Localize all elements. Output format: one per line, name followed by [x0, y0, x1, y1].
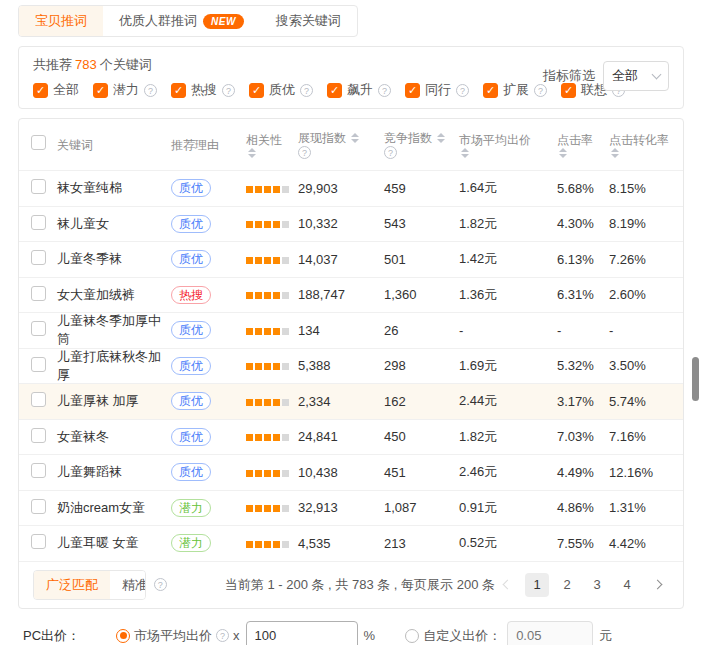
row-checkbox[interactable]	[31, 392, 46, 407]
cvr-value: 5.74%	[609, 394, 646, 409]
filter-option[interactable]: ✓扩展?	[483, 81, 547, 99]
page-number-4[interactable]: 4	[615, 573, 639, 597]
table-row[interactable]: 女大童加绒裤热搜188,7471,3601.36元6.31%2.60%	[19, 278, 683, 314]
table-row[interactable]: 袜儿童女质优10,3325431.82元4.30%8.19%	[19, 207, 683, 243]
pc-bid-row: PC出价： 市场平均出价 ? x % 自定义出价： 元	[18, 621, 684, 645]
filter-option[interactable]: ✓同行?	[405, 81, 469, 99]
market-price-help-icon[interactable]: ?	[216, 629, 229, 642]
impression-value: 24,841	[298, 429, 338, 444]
filter-option[interactable]: ✓潜力?	[93, 81, 157, 99]
row-checkbox[interactable]	[31, 215, 46, 230]
sort-down-arrow	[248, 154, 256, 158]
sort-icon[interactable]	[351, 133, 359, 143]
checkbox-icon[interactable]: ✓	[93, 83, 108, 98]
help-icon[interactable]: ?	[378, 84, 391, 97]
row-checkbox[interactable]	[31, 499, 46, 514]
help-icon[interactable]: ?	[298, 146, 311, 159]
checkbox-icon[interactable]: ✓	[249, 83, 264, 98]
table-row[interactable]: 女童袜冬质优24,8414501.82元7.03%7.16%	[19, 420, 683, 456]
market-percent-input[interactable]	[246, 621, 358, 645]
help-icon[interactable]: ?	[300, 84, 313, 97]
page-number-3[interactable]: 3	[585, 573, 609, 597]
broad-match-button[interactable]: 广泛匹配	[34, 571, 110, 599]
custom-price-radio[interactable]	[405, 629, 419, 643]
row-checkbox[interactable]	[31, 357, 46, 372]
table-row[interactable]: 儿童打底袜秋冬加厚质优5,3882981.69元5.32%3.50%	[19, 349, 683, 385]
cvr-value: 3.50%	[609, 358, 646, 373]
table-row[interactable]: 奶油cream女童潜力32,9131,0870.91元4.86%1.31%	[19, 491, 683, 527]
row-checkbox[interactable]	[31, 428, 46, 443]
column-header-price[interactable]: 市场平均出价	[459, 132, 557, 158]
cvr-value: 8.19%	[609, 216, 646, 231]
market-price-label: 市场平均出价	[134, 627, 212, 645]
page-number-1[interactable]: 1	[525, 573, 549, 597]
competition-value: 298	[384, 358, 406, 373]
tab-item-recommend[interactable]: 宝贝推词	[19, 6, 103, 36]
table-row[interactable]: 袜女童纯棉质优29,9034591.64元5.68%8.15%	[19, 171, 683, 207]
filter-option[interactable]: ✓质优?	[249, 81, 313, 99]
exact-match-button[interactable]: 精准匹配	[110, 571, 146, 599]
cvr-value: 2.60%	[609, 287, 646, 302]
select-all-checkbox[interactable]	[31, 135, 46, 150]
competition-value: 213	[384, 536, 406, 551]
checkbox-icon[interactable]: ✓	[327, 83, 342, 98]
market-price-radio[interactable]	[116, 629, 130, 643]
table-row[interactable]: 儿童舞蹈袜质优10,4384512.46元4.49%12.16%	[19, 455, 683, 491]
help-icon[interactable]: ?	[456, 84, 469, 97]
metric-filter-select[interactable]: 全部	[603, 61, 669, 91]
next-page-button[interactable]	[645, 573, 669, 597]
sort-icon[interactable]	[248, 148, 256, 158]
row-checkbox[interactable]	[31, 250, 46, 265]
table-row[interactable]: 儿童厚袜 加厚质优2,3341622.44元3.17%5.74%	[19, 384, 683, 420]
scrollbar-thumb[interactable]	[692, 357, 699, 401]
column-header-relevance[interactable]: 相关性	[246, 132, 298, 158]
avg-price-value: -	[459, 323, 463, 338]
filter-option[interactable]: ✓飙升?	[327, 81, 391, 99]
column-header-impression[interactable]: 展现指数?	[298, 130, 384, 159]
row-checkbox[interactable]	[31, 179, 46, 194]
column-header-competition[interactable]: 竞争指数?	[384, 130, 459, 159]
row-checkbox[interactable]	[31, 534, 46, 549]
sort-icon[interactable]	[611, 148, 619, 158]
match-help-icon[interactable]: ?	[154, 578, 167, 591]
sort-down-arrow	[559, 154, 567, 158]
table-row[interactable]: 儿童冬季袜质优14,0375011.42元6.13%7.26%	[19, 242, 683, 278]
ctr-value: 5.32%	[557, 358, 594, 373]
custom-price-input[interactable]	[507, 621, 593, 645]
filter-option[interactable]: ✓热搜?	[171, 81, 235, 99]
new-badge: NEW	[203, 14, 244, 29]
help-icon[interactable]: ?	[222, 84, 235, 97]
sort-icon[interactable]	[559, 148, 567, 158]
tab-audience-recommend[interactable]: 优质人群推词 NEW	[103, 6, 260, 36]
page-number-2[interactable]: 2	[555, 573, 579, 597]
row-checkbox[interactable]	[31, 321, 46, 336]
row-checkbox[interactable]	[31, 463, 46, 478]
checkbox-icon[interactable]: ✓	[33, 83, 48, 98]
reason-badge: 质优	[171, 392, 211, 410]
sort-icon[interactable]	[437, 133, 445, 143]
help-icon[interactable]: ?	[144, 84, 157, 97]
impression-value: 14,037	[298, 252, 338, 267]
table-row[interactable]: 儿童耳暖 女童潜力4,5352130.52元7.55%4.42%	[19, 526, 683, 562]
prev-page-button[interactable]	[495, 573, 519, 597]
row-checkbox[interactable]	[31, 286, 46, 301]
relevance-bars	[246, 470, 289, 477]
checkbox-icon[interactable]: ✓	[405, 83, 420, 98]
ctr-value: 7.55%	[557, 536, 594, 551]
column-header-cvr[interactable]: 点击转化率	[609, 132, 683, 158]
tab-search-keyword[interactable]: 搜索关键词	[260, 6, 357, 36]
competition-value: 451	[384, 465, 406, 480]
keyword-text: 儿童厚袜 加厚	[57, 393, 139, 408]
column-label: 点击转化率	[609, 132, 683, 148]
cvr-value: 1.31%	[609, 500, 646, 515]
filter-option[interactable]: ✓全部	[33, 81, 79, 99]
cvr-value: 8.15%	[609, 181, 646, 196]
checkbox-icon[interactable]: ✓	[483, 83, 498, 98]
help-icon[interactable]: ?	[384, 146, 397, 159]
table-row[interactable]: 儿童袜冬季加厚中筒质优13426---	[19, 313, 683, 349]
checkbox-icon[interactable]: ✓	[171, 83, 186, 98]
column-header-ctr[interactable]: 点击率	[557, 132, 609, 158]
sort-icon[interactable]	[461, 148, 469, 158]
filter-option-label: 热搜	[191, 81, 217, 99]
avg-price-value: 1.36元	[459, 287, 497, 302]
